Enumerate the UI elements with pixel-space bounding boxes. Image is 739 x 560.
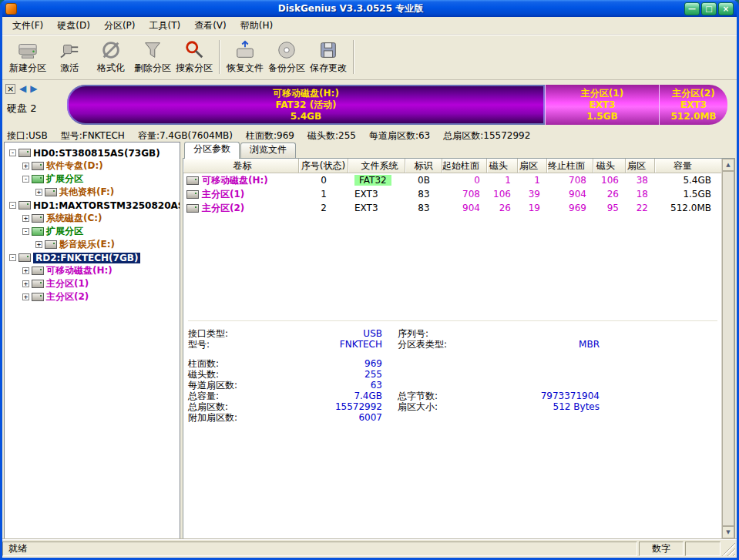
column-header[interactable]: 扇区 (626, 159, 655, 173)
column-header[interactable]: 磁头 (487, 159, 518, 173)
start-head-cell: 1 (487, 175, 518, 186)
detail-value: 15572992 (279, 401, 382, 412)
app-window: DiskGenius V3.3.0525 专业版 — □ × 文件(F) 硬盘(… (0, 0, 739, 560)
tree-item-volume-e[interactable]: + 影音娱乐(E:) (5, 238, 180, 251)
removable-disk-icon (18, 253, 31, 262)
tree-item-volume-f[interactable]: + 其他资料(F:) (5, 186, 180, 199)
partition-fs: EXT3 (590, 99, 616, 111)
next-disk-icon[interactable]: ▶ (30, 84, 37, 94)
prev-disk-icon[interactable]: ◀ (19, 84, 26, 94)
backup-partition-button[interactable]: 备份分区 (266, 38, 307, 76)
tree-item-extended-hd1[interactable]: - 扩展分区 (5, 225, 180, 238)
tree-item-volume-c[interactable]: + 系统磁盘(C:) (5, 212, 180, 225)
partition-size: 512.0MB (670, 111, 716, 122)
expand-icon[interactable]: + (22, 280, 29, 287)
tab-browse-files[interactable]: 浏览文件 (240, 143, 296, 158)
collapse-icon[interactable]: - (9, 254, 16, 261)
menu-file[interactable]: 文件(F) (5, 17, 50, 35)
end-sector-cell: 22 (626, 203, 655, 213)
tree-item-primary-1[interactable]: + 主分区(1) (5, 277, 180, 290)
tree-item-extended-hd0[interactable]: - 扩展分区 (5, 173, 180, 186)
tree-item-removable-h[interactable]: + 可移动磁盘(H:) (5, 264, 180, 277)
volume-icon (45, 188, 57, 196)
menu-tools[interactable]: 工具(T) (142, 17, 187, 35)
collapse-icon[interactable]: - (22, 176, 29, 183)
fs-highlight: FAT32 (354, 175, 391, 186)
volume-name: 主分区(2) (202, 202, 244, 215)
expand-icon[interactable]: + (35, 189, 42, 196)
partition-row[interactable]: 可移动磁盘(H:) 0 FAT32 0B 0 1 1 708 106 38 5.… (183, 173, 722, 187)
save-changes-button[interactable]: 保存更改 (307, 38, 349, 76)
detail-label: 分区表类型: (398, 338, 492, 351)
column-header[interactable]: 容量 (655, 159, 722, 173)
menu-help[interactable]: 帮助(H) (233, 17, 280, 35)
partition-detail-panel: 分区参数 浏览文件 卷标 序号(状态) 文件系统 标识 起始柱面 磁头 扇区 终… (183, 142, 735, 539)
volume-icon (186, 204, 199, 213)
volume-icon (32, 162, 44, 170)
volume-icon (186, 190, 199, 199)
search-partition-button[interactable]: 搜索分区 (173, 38, 215, 76)
expand-icon[interactable]: + (22, 293, 29, 300)
partition-row[interactable]: 主分区(1) 1 EXT3 83 708 106 39 904 26 18 1.… (183, 187, 722, 201)
partition-bar-removable[interactable]: 可移动磁盘(H:) FAT32 (活动) 5.4GB (67, 85, 545, 125)
flag-cell: 83 (405, 189, 442, 200)
tree-item-primary-2[interactable]: + 主分区(2) (5, 290, 180, 303)
tree-item-hd1[interactable]: - HD1:MAXTORSTM3250820AS(23 (5, 199, 180, 212)
scroll-down-icon[interactable]: ▼ (722, 526, 734, 538)
volume-icon (45, 240, 57, 249)
scroll-up-icon[interactable]: ▲ (722, 159, 734, 171)
flag-cell: 0B (405, 175, 442, 186)
capacity-cell: 5.4GB (655, 175, 722, 186)
tree-item-label: RD2:FNKTECH(7GB) (33, 253, 140, 263)
maximize-button[interactable]: □ (701, 2, 717, 15)
column-header[interactable]: 磁头 (593, 159, 626, 173)
menu-disk[interactable]: 硬盘(D) (50, 17, 97, 35)
menu-partition[interactable]: 分区(P) (97, 17, 143, 35)
tree-item-hd0[interactable]: - HD0:ST380815AS(73GB) (5, 146, 180, 159)
menu-view[interactable]: 查看(V) (187, 17, 233, 35)
partition-name: 主分区(1) (581, 88, 623, 99)
new-partition-button[interactable]: 新建分区 (7, 38, 49, 76)
recover-files-button[interactable]: 恢复文件 (224, 38, 266, 76)
resize-grip[interactable] (722, 542, 735, 556)
collapse-icon[interactable]: - (9, 202, 16, 209)
column-header[interactable]: 扇区 (518, 159, 547, 173)
vertical-scrollbar[interactable]: ▲ ▼ (721, 159, 734, 538)
partition-bar-strip: 可移动磁盘(H:) FAT32 (活动) 5.4GB 主分区(1) EXT3 1… (67, 85, 727, 125)
tree-item-rd2-selected[interactable]: - RD2:FNKTECH(7GB) (5, 251, 180, 264)
new-partition-icon (17, 39, 39, 61)
partition-bar-primary-1[interactable]: 主分区(1) EXT3 1.5GB (545, 85, 659, 125)
close-button[interactable]: × (718, 2, 734, 15)
partition-bar-primary-2[interactable]: 主分区(2) EXT3 512.0MB (659, 85, 727, 125)
seq-cell: 0 (299, 175, 348, 186)
column-header[interactable]: 文件系统 (348, 159, 405, 173)
seq-cell: 1 (299, 189, 348, 200)
tree-item-label: 主分区(2) (46, 290, 89, 303)
collapse-icon[interactable]: - (9, 149, 16, 156)
format-button[interactable]: 格式化 (90, 38, 132, 76)
delete-partition-button[interactable]: 删除分区 (132, 38, 173, 76)
app-logo-icon (5, 3, 17, 15)
minimize-button[interactable]: — (684, 2, 700, 15)
detail-value: 512 Bytes (492, 401, 600, 412)
tree-item-volume-d[interactable]: + 软件专盘(D:) (5, 159, 180, 173)
column-header[interactable]: 序号(状态) (299, 159, 348, 173)
activate-button[interactable]: 激活 (49, 38, 90, 76)
expand-icon[interactable]: + (22, 267, 29, 274)
tree-item-label: HD1:MAXTORSTM3250820AS(23 (33, 200, 180, 211)
expand-icon[interactable]: + (35, 241, 42, 248)
tree-item-label: 可移动磁盘(H:) (46, 264, 113, 277)
column-header[interactable]: 卷标 (183, 159, 299, 173)
tab-partition-parameters[interactable]: 分区参数 (184, 142, 240, 159)
partition-row[interactable]: 主分区(2) 2 EXT3 83 904 26 19 969 95 22 512… (183, 201, 722, 215)
column-header[interactable]: 标识 (405, 159, 442, 173)
collapse-icon[interactable]: - (22, 228, 29, 235)
column-header[interactable]: 终止柱面 (547, 159, 593, 173)
scrollbar-thumb[interactable] (722, 171, 734, 526)
end-head-cell: 106 (593, 175, 626, 186)
expand-icon[interactable]: + (22, 163, 29, 169)
close-disk-view-icon[interactable]: × (5, 84, 15, 94)
expand-icon[interactable]: + (22, 215, 29, 222)
column-header[interactable]: 起始柱面 (442, 159, 487, 173)
seq-cell: 2 (299, 203, 348, 213)
